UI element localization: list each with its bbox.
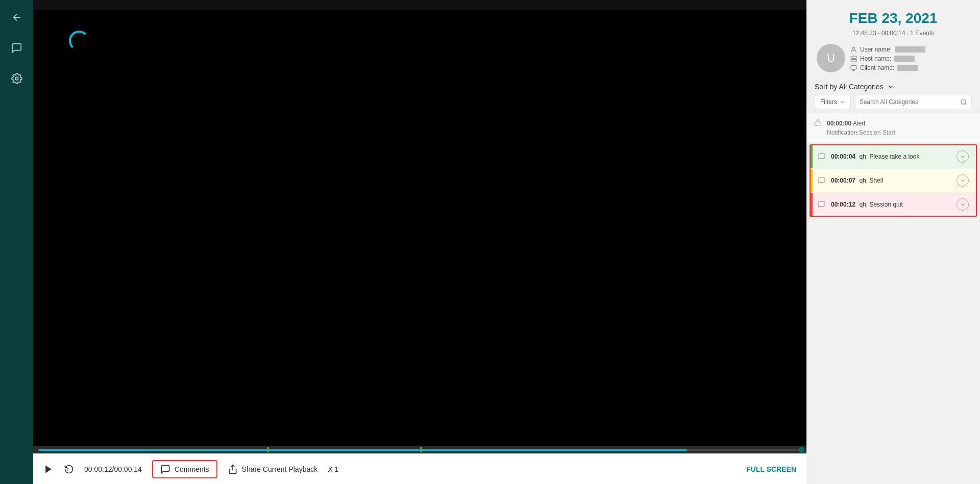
- top-bar: [33, 0, 806, 10]
- sidebar: [0, 0, 33, 484]
- timeline-fill: [38, 449, 687, 451]
- session-meta: 12:48:23 · 00:00:14 · 1 Events: [817, 30, 970, 37]
- host-row: Host name:: [850, 55, 925, 62]
- loading-spinner: [69, 31, 89, 51]
- fullscreen-button[interactable]: FULL SCREEN: [746, 465, 796, 473]
- svg-text:7: 7: [67, 468, 69, 471]
- session-header: FEB 23, 2021 12:48:23 · 00:00:14 · 1 Eve…: [806, 0, 980, 79]
- comment-icon-yellow: [818, 176, 826, 185]
- comments-label: Comments: [175, 465, 209, 473]
- share-button[interactable]: Share Current Playback: [228, 464, 318, 474]
- host-name-label: Host name:: [860, 55, 891, 62]
- server-icon: [850, 56, 857, 62]
- svg-point-0: [15, 77, 18, 80]
- filter-chevron-icon: [839, 99, 845, 105]
- back-icon[interactable]: [8, 8, 26, 27]
- user-icon: [850, 46, 857, 53]
- timeline-marker-2: [420, 447, 422, 452]
- avatar: U: [817, 44, 845, 72]
- timeline-thumb[interactable]: [798, 447, 804, 453]
- event-item-alert: 00:00:00 Alert Notification:Session Star…: [806, 113, 980, 142]
- session-date: FEB 23, 2021: [817, 10, 970, 27]
- client-name-value: [897, 65, 918, 71]
- event-expand-red[interactable]: [957, 198, 969, 211]
- timeline-bar[interactable]: [33, 446, 806, 453]
- time-display: 00:00:12/00:00:14: [84, 465, 142, 473]
- event-item-red: 00:00:12 qh: Session quit: [811, 193, 976, 216]
- comments-button[interactable]: Comments: [152, 460, 217, 478]
- alert-icon: [814, 118, 822, 126]
- comment-icon-green: [818, 152, 826, 161]
- chevron-down-icon: [887, 83, 895, 91]
- sort-label-text: Sort by All Categories: [815, 83, 884, 91]
- user-name-label: User name:: [860, 46, 892, 53]
- controls-bar: 7 00:00:12/00:00:14 Comments Share Curre…: [33, 453, 806, 484]
- filters-button[interactable]: Filters: [815, 95, 851, 109]
- svg-rect-5: [851, 56, 856, 58]
- main-area: 7 00:00:12/00:00:14 Comments Share Curre…: [33, 0, 806, 484]
- svg-line-13: [965, 104, 967, 105]
- replay-button[interactable]: 7: [64, 464, 74, 474]
- client-row: Client name:: [850, 64, 925, 71]
- search-icon: [960, 98, 967, 106]
- events-list: 00:00:00 Alert Notification:Session Star…: [806, 113, 980, 484]
- svg-point-12: [961, 99, 966, 104]
- share-label: Share Current Playback: [242, 465, 318, 473]
- sort-dropdown[interactable]: Sort by All Categories: [815, 83, 972, 91]
- event-item-green: 00:00:04 qh: Please take a look: [811, 145, 976, 168]
- event-text-red: 00:00:12 qh: Session quit: [831, 201, 951, 208]
- settings-icon[interactable]: [8, 69, 26, 88]
- user-name-value: [895, 46, 925, 53]
- event-text-yellow: 00:00:07 qh: Shell: [831, 177, 951, 184]
- svg-rect-6: [851, 59, 856, 61]
- event-item-yellow: 00:00:07 qh: Shell: [811, 169, 976, 192]
- event-expand-green[interactable]: [957, 150, 969, 163]
- comment-icon-red: [818, 200, 826, 209]
- search-box: [855, 95, 972, 109]
- alert-event-text: 00:00:00 Alert Notification:Session Star…: [827, 118, 895, 137]
- host-name-value: [894, 56, 915, 62]
- filters-label: Filters: [820, 98, 837, 106]
- svg-point-4: [852, 47, 854, 49]
- monitor-icon: [850, 65, 857, 71]
- video-player[interactable]: [33, 10, 806, 446]
- svg-rect-9: [851, 65, 856, 69]
- session-details: User name: Host name:: [850, 44, 925, 71]
- speed-display: X 1: [328, 465, 338, 473]
- session-info: U User name:: [817, 44, 970, 72]
- chat-icon[interactable]: [8, 39, 26, 57]
- play-button[interactable]: [43, 464, 54, 474]
- sort-bar: Sort by All Categories Filters: [806, 79, 980, 113]
- filter-row: Filters: [815, 95, 972, 109]
- svg-marker-1: [45, 465, 52, 473]
- user-row: User name:: [850, 46, 925, 53]
- client-name-label: Client name:: [860, 64, 894, 71]
- right-panel: FEB 23, 2021 12:48:23 · 00:00:14 · 1 Eve…: [806, 0, 980, 484]
- search-input[interactable]: [860, 98, 957, 106]
- event-text-green: 00:00:04 qh: Please take a look: [831, 153, 951, 160]
- timeline-track[interactable]: [38, 449, 801, 451]
- flagged-events-wrapper: 00:00:04 qh: Please take a look 00:00:07…: [810, 144, 977, 217]
- timeline-marker-1: [267, 447, 269, 452]
- event-expand-yellow[interactable]: [957, 174, 969, 187]
